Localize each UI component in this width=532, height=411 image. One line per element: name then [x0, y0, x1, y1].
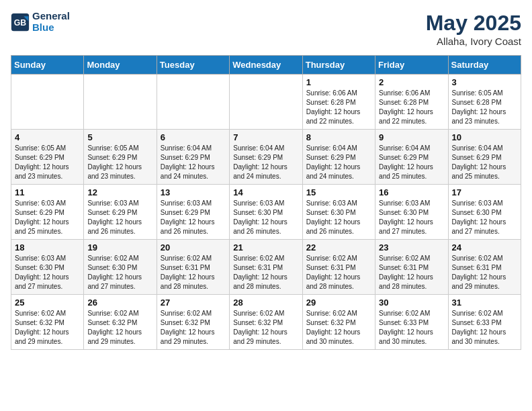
- calendar-cell: 28Sunrise: 6:02 AMSunset: 6:32 PMDayligh…: [230, 295, 302, 350]
- day-info: Sunrise: 6:02 AMSunset: 6:32 PMDaylight:…: [161, 309, 226, 347]
- day-info: Sunrise: 6:02 AMSunset: 6:32 PMDaylight:…: [15, 309, 80, 347]
- logo-line2: Blue: [32, 22, 70, 34]
- day-number: 18: [15, 242, 80, 253]
- calendar-cell: 1Sunrise: 6:06 AMSunset: 6:28 PMDaylight…: [302, 75, 375, 130]
- calendar-cell: 9Sunrise: 6:04 AMSunset: 6:29 PMDaylight…: [375, 130, 448, 185]
- calendar-cell: 10Sunrise: 6:04 AMSunset: 6:29 PMDayligh…: [448, 130, 521, 185]
- day-number: 4: [15, 132, 80, 142]
- title-area: May 2025 Allaha, Ivory Coast: [426, 11, 521, 47]
- calendar-cell: 16Sunrise: 6:03 AMSunset: 6:30 PMDayligh…: [375, 185, 448, 240]
- calendar-cell: [157, 75, 229, 130]
- calendar-week-row-5: 25Sunrise: 6:02 AMSunset: 6:32 PMDayligh…: [11, 295, 521, 350]
- calendar-cell: 8Sunrise: 6:04 AMSunset: 6:29 PMDaylight…: [302, 130, 375, 185]
- calendar-cell: 23Sunrise: 6:02 AMSunset: 6:31 PMDayligh…: [375, 240, 448, 295]
- calendar-cell: 4Sunrise: 6:05 AMSunset: 6:29 PMDaylight…: [11, 130, 84, 185]
- day-info: Sunrise: 6:02 AMSunset: 6:32 PMDaylight:…: [87, 309, 152, 347]
- calendar-cell: 21Sunrise: 6:02 AMSunset: 6:31 PMDayligh…: [230, 240, 302, 295]
- calendar-week-row-3: 11Sunrise: 6:03 AMSunset: 6:29 PMDayligh…: [11, 185, 521, 240]
- day-number: 12: [87, 187, 152, 197]
- day-info: Sunrise: 6:02 AMSunset: 6:30 PMDaylight:…: [87, 254, 152, 291]
- day-info: Sunrise: 6:03 AMSunset: 6:30 PMDaylight:…: [306, 199, 371, 236]
- calendar-week-row-2: 4Sunrise: 6:05 AMSunset: 6:29 PMDaylight…: [11, 130, 521, 185]
- day-number: 6: [161, 132, 226, 142]
- day-number: 22: [306, 242, 371, 253]
- svg-text:GB: GB: [14, 18, 27, 28]
- day-number: 2: [379, 77, 444, 87]
- day-info: Sunrise: 6:02 AMSunset: 6:33 PMDaylight:…: [379, 309, 444, 347]
- day-number: 26: [87, 298, 152, 308]
- calendar-cell: 5Sunrise: 6:05 AMSunset: 6:29 PMDaylight…: [84, 130, 157, 185]
- calendar-cell: 22Sunrise: 6:02 AMSunset: 6:31 PMDayligh…: [302, 240, 375, 295]
- calendar-cell: 11Sunrise: 6:03 AMSunset: 6:29 PMDayligh…: [11, 185, 84, 240]
- day-number: 16: [379, 187, 444, 197]
- day-number: 30: [379, 298, 444, 308]
- logo-icon: GB: [11, 13, 30, 32]
- day-number: 25: [15, 298, 80, 308]
- day-number: 24: [452, 242, 517, 253]
- calendar-cell: 19Sunrise: 6:02 AMSunset: 6:30 PMDayligh…: [84, 240, 157, 295]
- day-info: Sunrise: 6:02 AMSunset: 6:31 PMDaylight:…: [452, 254, 517, 291]
- calendar-cell: 3Sunrise: 6:05 AMSunset: 6:28 PMDaylight…: [448, 75, 521, 130]
- day-info: Sunrise: 6:03 AMSunset: 6:30 PMDaylight:…: [15, 254, 80, 291]
- day-info: Sunrise: 6:04 AMSunset: 6:29 PMDaylight:…: [306, 144, 371, 181]
- day-number: 19: [87, 242, 152, 253]
- calendar-cell: 17Sunrise: 6:03 AMSunset: 6:30 PMDayligh…: [448, 185, 521, 240]
- day-number: 20: [161, 242, 226, 253]
- day-info: Sunrise: 6:02 AMSunset: 6:32 PMDaylight:…: [306, 309, 371, 347]
- calendar-cell: 18Sunrise: 6:03 AMSunset: 6:30 PMDayligh…: [11, 240, 84, 295]
- logo: GB General Blue: [11, 11, 70, 33]
- day-info: Sunrise: 6:02 AMSunset: 6:31 PMDaylight:…: [233, 254, 298, 291]
- location-subtitle: Allaha, Ivory Coast: [426, 36, 521, 47]
- day-info: Sunrise: 6:05 AMSunset: 6:29 PMDaylight:…: [15, 144, 80, 181]
- day-number: 8: [306, 132, 371, 142]
- day-number: 15: [306, 187, 371, 197]
- day-number: 17: [452, 187, 517, 197]
- calendar-cell: 15Sunrise: 6:03 AMSunset: 6:30 PMDayligh…: [302, 185, 375, 240]
- day-number: 9: [379, 132, 444, 142]
- day-number: 28: [233, 298, 298, 308]
- day-number: 23: [379, 242, 444, 253]
- day-info: Sunrise: 6:03 AMSunset: 6:29 PMDaylight:…: [87, 199, 152, 236]
- calendar-cell: [11, 75, 84, 130]
- day-number: 21: [233, 242, 298, 253]
- calendar-week-row-4: 18Sunrise: 6:03 AMSunset: 6:30 PMDayligh…: [11, 240, 521, 295]
- calendar-cell: 14Sunrise: 6:03 AMSunset: 6:30 PMDayligh…: [230, 185, 302, 240]
- day-info: Sunrise: 6:04 AMSunset: 6:29 PMDaylight:…: [379, 144, 444, 181]
- day-number: 27: [161, 298, 226, 308]
- day-info: Sunrise: 6:06 AMSunset: 6:28 PMDaylight:…: [306, 89, 371, 126]
- calendar-cell: 24Sunrise: 6:02 AMSunset: 6:31 PMDayligh…: [448, 240, 521, 295]
- calendar-cell: 31Sunrise: 6:02 AMSunset: 6:33 PMDayligh…: [448, 295, 521, 350]
- day-info: Sunrise: 6:03 AMSunset: 6:30 PMDaylight:…: [233, 199, 298, 236]
- day-info: Sunrise: 6:02 AMSunset: 6:31 PMDaylight:…: [379, 254, 444, 291]
- weekday-header-sunday: Sunday: [11, 56, 84, 75]
- day-number: 13: [161, 187, 226, 197]
- calendar-cell: 29Sunrise: 6:02 AMSunset: 6:32 PMDayligh…: [302, 295, 375, 350]
- day-number: 5: [87, 132, 152, 142]
- weekday-header-row: SundayMondayTuesdayWednesdayThursdayFrid…: [11, 56, 521, 75]
- calendar-cell: 2Sunrise: 6:06 AMSunset: 6:28 PMDaylight…: [375, 75, 448, 130]
- day-number: 10: [452, 132, 517, 142]
- calendar-cell: [84, 75, 157, 130]
- calendar-cell: 12Sunrise: 6:03 AMSunset: 6:29 PMDayligh…: [84, 185, 157, 240]
- calendar-cell: [230, 75, 302, 130]
- page-header: GB General Blue May 2025 Allaha, Ivory C…: [11, 11, 521, 47]
- calendar-cell: 25Sunrise: 6:02 AMSunset: 6:32 PMDayligh…: [11, 295, 84, 350]
- day-number: 11: [15, 187, 80, 197]
- day-info: Sunrise: 6:02 AMSunset: 6:31 PMDaylight:…: [161, 254, 226, 291]
- day-number: 31: [452, 298, 517, 308]
- day-info: Sunrise: 6:03 AMSunset: 6:29 PMDaylight:…: [161, 199, 226, 236]
- day-info: Sunrise: 6:03 AMSunset: 6:30 PMDaylight:…: [452, 199, 517, 236]
- weekday-header-monday: Monday: [84, 56, 157, 75]
- day-info: Sunrise: 6:03 AMSunset: 6:30 PMDaylight:…: [379, 199, 444, 236]
- calendar-cell: 13Sunrise: 6:03 AMSunset: 6:29 PMDayligh…: [157, 185, 229, 240]
- day-info: Sunrise: 6:02 AMSunset: 6:33 PMDaylight:…: [452, 309, 517, 347]
- day-info: Sunrise: 6:06 AMSunset: 6:28 PMDaylight:…: [379, 89, 444, 126]
- day-info: Sunrise: 6:03 AMSunset: 6:29 PMDaylight:…: [15, 199, 80, 236]
- weekday-header-tuesday: Tuesday: [157, 56, 229, 75]
- logo-line1: General: [32, 11, 70, 22]
- day-info: Sunrise: 6:04 AMSunset: 6:29 PMDaylight:…: [452, 144, 517, 181]
- calendar-cell: 7Sunrise: 6:04 AMSunset: 6:29 PMDaylight…: [230, 130, 302, 185]
- day-info: Sunrise: 6:02 AMSunset: 6:31 PMDaylight:…: [306, 254, 371, 291]
- calendar-cell: 27Sunrise: 6:02 AMSunset: 6:32 PMDayligh…: [157, 295, 229, 350]
- calendar-cell: 26Sunrise: 6:02 AMSunset: 6:32 PMDayligh…: [84, 295, 157, 350]
